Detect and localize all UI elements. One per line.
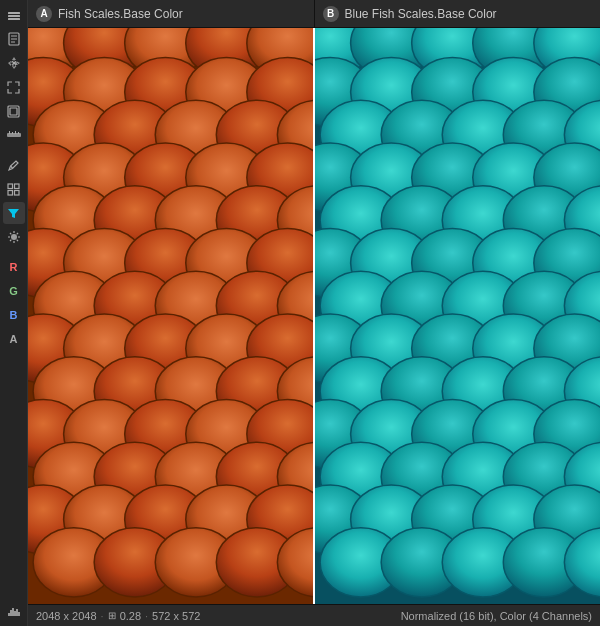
a-channel-button[interactable]: A (3, 328, 25, 350)
separator-dot2: · (145, 610, 148, 622)
svg-rect-2 (8, 18, 20, 20)
fish-scales-blue-svg (315, 28, 600, 604)
file-icon[interactable] (3, 28, 25, 50)
svg-rect-12 (8, 184, 13, 189)
r-channel-button[interactable]: R (3, 256, 25, 278)
ruler-icon[interactable] (3, 124, 25, 146)
separator-dot: · (101, 610, 104, 622)
g-channel-button[interactable]: G (3, 280, 25, 302)
paint-icon[interactable] (3, 154, 25, 176)
image-size: 572 x 572 (152, 610, 200, 622)
svg-rect-13 (15, 184, 20, 189)
histogram-icon[interactable] (3, 600, 25, 622)
format-info: Normalized (16 bit), Color (4 Channels) (401, 610, 592, 622)
comparison-header: A Fish Scales.Base Color B Blue Fish Sca… (28, 0, 600, 28)
panel-a-header: A Fish Scales.Base Color (28, 0, 315, 27)
svg-rect-0 (8, 12, 20, 14)
frame-icon[interactable] (3, 100, 25, 122)
main-content: A Fish Scales.Base Color B Blue Fish Sca… (28, 0, 600, 626)
svg-rect-1 (8, 15, 20, 17)
svg-point-16 (11, 234, 17, 240)
brightness-icon[interactable] (3, 226, 25, 248)
svg-rect-10 (15, 131, 16, 134)
svg-rect-8 (9, 131, 10, 134)
grid-icon[interactable] (3, 178, 25, 200)
status-bar: 2048 x 2048 · ⊞ 0.28 · 572 x 572 Normali… (28, 604, 600, 626)
left-toolbar: R G B A (0, 0, 28, 626)
svg-rect-14 (8, 190, 13, 195)
comparison-divider[interactable] (313, 28, 315, 604)
b-channel-button[interactable]: B (3, 304, 25, 326)
panel-a-title: Fish Scales.Base Color (58, 7, 183, 21)
panel-a-badge: A (36, 6, 52, 22)
status-left-info: 2048 x 2048 · ⊞ 0.28 · 572 x 572 (36, 610, 200, 622)
status-right-info: Normalized (16 bit), Color (4 Channels) (401, 610, 592, 622)
move-icon[interactable] (3, 52, 25, 74)
grid-icon-small: ⊞ (108, 610, 116, 621)
image-comparison-area (28, 28, 600, 604)
panel-a-image (28, 28, 313, 604)
panel-b-title: Blue Fish Scales.Base Color (345, 7, 497, 21)
layers-icon[interactable] (3, 4, 25, 26)
panel-b-header: B Blue Fish Scales.Base Color (315, 0, 601, 27)
panel-b-badge: B (323, 6, 339, 22)
svg-rect-11 (18, 132, 19, 134)
panel-b-image (315, 28, 600, 604)
svg-rect-6 (10, 108, 17, 115)
expand-icon[interactable] (3, 76, 25, 98)
svg-rect-15 (15, 190, 20, 195)
svg-rect-9 (12, 132, 13, 134)
fish-scales-orange-svg (28, 28, 313, 604)
image-dimensions: 2048 x 2048 (36, 610, 97, 622)
filter-icon[interactable] (3, 202, 25, 224)
zoom-level: 0.28 (120, 610, 141, 622)
